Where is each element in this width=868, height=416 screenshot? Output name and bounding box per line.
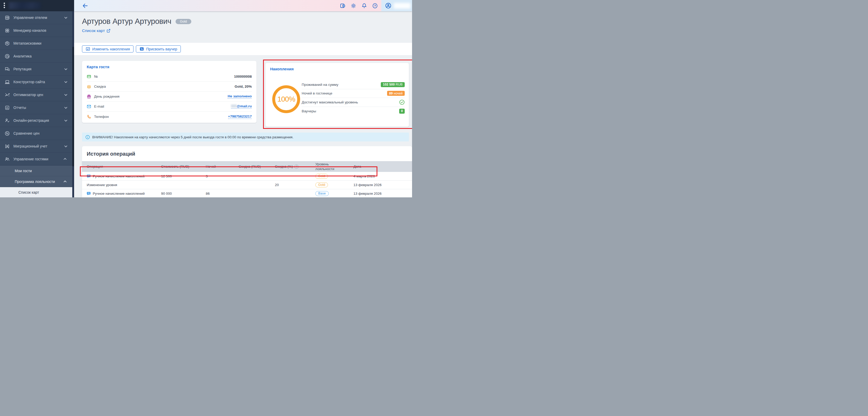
chevron-down-icon xyxy=(64,106,67,109)
sidebar-item-price-optimizer[interactable]: Оптимизатор цен xyxy=(0,89,72,101)
chevron-down-icon xyxy=(64,16,67,19)
sidebar-item-site-builder[interactable]: Конструктор сайта xyxy=(0,76,72,89)
history-panel: История операций Операция Стоимость (RUB… xyxy=(82,146,412,197)
sidebar-subitem-label: Список карт xyxy=(19,190,69,195)
phone-value-link[interactable]: +79875623217 xyxy=(228,114,252,119)
sidebar-item-guest-management[interactable]: Управление гостями xyxy=(0,153,72,166)
row-label: Телефон xyxy=(94,115,228,118)
loyalty-level-badge: Gold xyxy=(176,19,191,24)
level-badge-base: Base xyxy=(315,191,329,196)
site-builder-icon xyxy=(5,79,10,84)
sidebar-item-metasearch[interactable]: Метапоисковики xyxy=(0,37,72,50)
date-cell: 13 февраля 2026 xyxy=(353,192,412,196)
sidebar-item-label: Отчеты xyxy=(13,105,61,110)
chevron-down-icon xyxy=(64,67,67,70)
notice-text: ВНИМАНИЕ! Накопления на карту начисляютс… xyxy=(92,135,293,139)
sidebar-item-online-checkin[interactable]: Онлайн-регистрация xyxy=(0,114,72,127)
sidebar-scrollbar-track[interactable] xyxy=(72,11,74,197)
help-icon[interactable]: ? xyxy=(294,165,299,169)
nights-badge: 89 ночей xyxy=(387,91,405,96)
col-cost: Стоимость (RUB) xyxy=(161,165,206,169)
account-name xyxy=(394,3,410,9)
card-number-value: 100000008 xyxy=(234,74,252,78)
guest-card-row-number: № 100000008 xyxy=(87,72,252,82)
sidebar-item-migration[interactable]: Миграционный учет xyxy=(0,140,72,153)
sidebar-item-price-compare[interactable]: Сравнение цен xyxy=(0,127,72,140)
savings-row-vouchers: Ваучеры 0 xyxy=(302,107,405,116)
svg-text:?: ? xyxy=(374,4,376,7)
vouchers-value: 0 xyxy=(401,109,403,113)
sidebar-item-label: Аналитика xyxy=(13,54,69,58)
email-value-link[interactable]: @mail.ru xyxy=(231,104,252,109)
col-discount-pct: Скидка (%)? xyxy=(275,165,315,169)
chevron-up-icon xyxy=(64,158,66,161)
operation-label: Изменение уровня xyxy=(87,183,117,187)
sidebar-item-loyalty-program[interactable]: Программа лояльности xyxy=(0,176,72,187)
gear-icon[interactable] xyxy=(350,3,356,9)
row-label: E-mail xyxy=(94,104,231,108)
table-row[interactable]: Изменение уровня 20 Gold 13 февраля 2026 xyxy=(82,181,412,189)
col-operation: Операция xyxy=(87,165,161,169)
assign-voucher-label: Присвоить ваучер xyxy=(146,47,177,51)
nights-unit: ночей xyxy=(393,92,403,95)
actions-band: Изменить накопления % Присвоить ваучер xyxy=(74,43,412,55)
table-row[interactable]: Ручное начисление накоплений 12 500 3 Go… xyxy=(82,172,412,181)
sidebar-subitem-label: Программа лояльности xyxy=(15,179,64,184)
cost-cell: 90 000 xyxy=(161,192,206,196)
guest-card-row-birthday: День рождения Не заполнено xyxy=(87,92,252,102)
sidebar-item-label: Сравнение цен xyxy=(13,131,69,135)
sidebar-item-card-list[interactable]: Список карт xyxy=(0,187,72,197)
page-title: Артуров Артур Артурович xyxy=(82,17,171,26)
bell-icon[interactable] xyxy=(361,3,367,9)
sidebar-item-analytics[interactable]: Аналитика xyxy=(0,50,72,63)
sidebar-item-my-guests[interactable]: Мои гости xyxy=(0,166,72,176)
sidebar: Управление отелем Менеджер каналов Метап… xyxy=(0,0,74,197)
info-notice: ВНИМАНИЕ! Накопления на карту начисляютс… xyxy=(82,133,409,141)
svg-text:%: % xyxy=(141,47,143,50)
guest-card-row-email: E-mail @mail.ru xyxy=(87,102,252,111)
price-compare-icon xyxy=(5,131,10,136)
progress-value: 100% xyxy=(277,95,295,103)
amount-value: 102 500 xyxy=(383,83,395,86)
analytics-icon xyxy=(5,54,10,59)
kebab-menu-icon[interactable] xyxy=(4,3,5,8)
metasearch-icon xyxy=(5,41,10,46)
comment-icon xyxy=(87,192,91,196)
nights-value: 89 xyxy=(389,92,393,95)
row-label: Ваучеры xyxy=(302,109,399,113)
nights-cell: 86 xyxy=(206,192,239,196)
migration-icon xyxy=(5,144,10,149)
sidebar-item-reputation[interactable]: Репутация xyxy=(0,63,72,76)
savings-panel: Накопления 100% Проживаний на сумму 102 … xyxy=(266,63,409,127)
sidebar-scrollbar-thumb[interactable] xyxy=(72,47,74,166)
guest-card-panel: Карта гостя № 100000008 Скидка Gold, 20%… xyxy=(82,61,256,123)
col-level: Уровень лояльности xyxy=(315,162,353,171)
back-button[interactable] xyxy=(82,3,88,9)
sidebar-item-label: Репутация xyxy=(13,67,61,71)
sidebar-item-label: Менеджер каналов xyxy=(13,28,69,33)
wallet-icon[interactable] xyxy=(340,3,346,9)
row-label: Достигнут максимальный уровень xyxy=(302,100,399,104)
sidebar-item-hotel-management[interactable]: Управление отелем xyxy=(0,11,72,24)
main-content: Артуров Артур Артурович Gold Список карт… xyxy=(74,11,412,197)
sidebar-item-reports[interactable]: Отчеты xyxy=(0,101,72,114)
voucher-percent-icon: % xyxy=(140,47,144,51)
account-menu[interactable] xyxy=(381,0,412,11)
sidebar-item-label: Управление отелем xyxy=(13,15,61,20)
gift-icon xyxy=(87,94,91,99)
sidebar-item-channel-manager[interactable]: Менеджер каналов xyxy=(0,24,72,37)
table-row[interactable]: Ручное начисление накоплений 90 000 86 B… xyxy=(82,189,412,197)
guests-icon xyxy=(5,157,10,162)
sidebar-item-label: Оптимизатор цен xyxy=(13,93,61,97)
chevron-down-icon xyxy=(64,80,67,83)
guest-card-row-phone: Телефон +79875623217 xyxy=(87,111,252,122)
app-window: Управление отелем Менеджер каналов Метап… xyxy=(0,0,412,197)
card-list-link[interactable]: Список карт xyxy=(82,28,111,33)
assign-voucher-button[interactable]: % Присвоить ваучер xyxy=(136,45,181,53)
help-icon[interactable]: ? xyxy=(372,3,378,9)
edit-savings-button[interactable]: Изменить накопления xyxy=(82,45,133,53)
savings-row-nights: Ночей в гостинице 89 ночей xyxy=(302,89,405,98)
vouchers-badge: 0 xyxy=(399,109,405,114)
birthday-value-link[interactable]: Не заполнено xyxy=(227,94,252,99)
sidebar-item-label: Миграционный учет xyxy=(13,144,61,148)
